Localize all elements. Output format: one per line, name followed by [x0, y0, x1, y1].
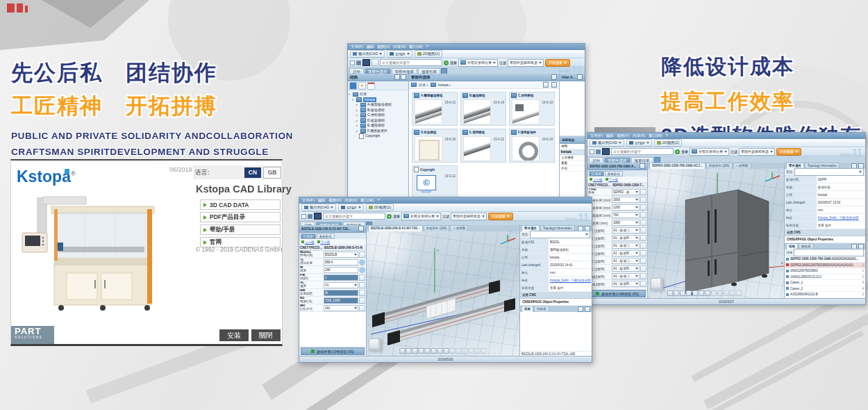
edit-icon[interactable]	[640, 235, 646, 241]
param-dropdown[interactable]: BSZSLB	[324, 252, 358, 258]
edit-icon[interactable]	[640, 265, 646, 272]
viewport-tool-icon[interactable]	[717, 290, 723, 296]
minimize-icon[interactable]	[578, 306, 583, 312]
language-cn-button[interactable]: CN	[244, 167, 261, 178]
viewport-tool-icon[interactable]	[724, 290, 729, 296]
edit-icon[interactable]	[359, 290, 365, 296]
download-link[interactable]: Kstopa_Solid - 下载/安装说明	[817, 214, 865, 221]
view-2d-button[interactable]: 2D视图(2)	[366, 204, 394, 211]
export-cad-button[interactable]: 输出到CAD	[590, 139, 624, 147]
viewport-tool-icon[interactable]	[481, 348, 487, 354]
viewport-tool-icon[interactable]	[431, 348, 437, 354]
param-chip[interactable]: 1	[324, 274, 358, 281]
filter-dropdown[interactable]: 零部件选择和单选	[451, 213, 487, 220]
assembly-row[interactable]: 1A001L09913C1C1C11	[785, 274, 865, 281]
tab-row-select[interactable]: 行选择	[589, 171, 604, 177]
fulltext-search-input[interactable]	[323, 213, 385, 220]
param-dropdown[interactable]: A1 - 标准双开门-选择	[612, 281, 640, 287]
param-dropdown[interactable]: A1 - 标准门-选择	[612, 273, 640, 279]
search-option-checkbox[interactable]	[350, 60, 355, 65]
edit-icon[interactable]	[640, 189, 646, 195]
close-button[interactable]: 關閉	[251, 329, 281, 341]
viewport-tool-icon[interactable]	[711, 290, 717, 296]
category-card[interactable]: B.输送模组19-6-19	[460, 92, 506, 126]
scope-dropdown[interactable]: 所有目录和分类	[458, 59, 498, 67]
param-dropdown[interactable]: A1 - 标准门-选择	[612, 258, 640, 264]
viewport-tool-icon[interactable]	[692, 290, 698, 296]
step-format-button[interactable]: STEP	[338, 204, 363, 211]
edit-icon[interactable]	[359, 282, 365, 288]
viewport-tool-icon[interactable]	[437, 348, 443, 354]
property-search-dropdown[interactable]	[530, 231, 590, 238]
fulltext-search-input[interactable]	[380, 59, 442, 66]
viewport-tool-icon[interactable]	[425, 348, 431, 354]
viewport-tool-icon[interactable]	[406, 348, 412, 354]
param-dropdown[interactable]: A1 - 标准双开门-选择	[612, 265, 640, 272]
history-calendar-icon[interactable]	[367, 82, 375, 90]
viewport-tool-icon[interactable]	[475, 348, 481, 354]
param-dropdown[interactable]: 1200	[612, 204, 640, 211]
minimize-icon[interactable]	[394, 74, 400, 80]
viewport-tool-icon[interactable]	[674, 290, 679, 296]
viewport-tool-icon[interactable]	[705, 290, 710, 296]
breadcrumb-root[interactable]: 目录	[419, 83, 428, 87]
export-cad-button[interactable]: 输出到CAD	[301, 204, 336, 211]
param-chip[interactable]: W	[324, 290, 358, 296]
viewport-tool-icon[interactable]	[680, 290, 685, 296]
viewport-canvas[interactable]: Y	[367, 231, 519, 356]
start-search-button[interactable]: 开始搜索	[488, 213, 513, 220]
viewport-tab-2d[interactable]: 二维视图	[733, 163, 751, 169]
viewport-tool-icon[interactable]	[412, 348, 418, 354]
level-down-link[interactable]: 下一级	[606, 178, 619, 181]
generate-3d-button[interactable]: 建模并显示3维模型 (F5)	[301, 347, 365, 355]
viewport-tool-icon[interactable]	[444, 348, 449, 354]
tree-item[interactable]: ▸D.机架模组	[349, 118, 408, 124]
category-card[interactable]: F.通用标准件19-6-19	[509, 129, 555, 163]
gear-icon[interactable]	[359, 259, 365, 265]
param-chip[interactable]: T20L 120H	[324, 297, 358, 304]
tab-table-view[interactable]: 表格形式	[317, 233, 335, 239]
tree-item[interactable]: ▸C.供料模组	[349, 113, 408, 118]
tab-row-select[interactable]: 行选择	[301, 233, 316, 239]
start-search-button[interactable]: 开始搜索	[545, 59, 570, 67]
edit-icon[interactable]	[640, 204, 646, 211]
edit-icon[interactable]	[359, 274, 365, 281]
assembly-row[interactable]: Caster_14	[785, 280, 865, 286]
search-option-checkbox[interactable]	[356, 60, 361, 65]
generate-3d-button[interactable]: 建模并显示3维模型 (F5)	[589, 290, 646, 297]
download-link[interactable]: Kstopa_Solid - 下载/安装说明	[549, 277, 592, 284]
tree-item[interactable]: ▸B.输送模组	[349, 108, 408, 113]
search-option-checkbox[interactable]	[590, 149, 594, 154]
assembly-root-row[interactable]: SDPR2-1600-1200-760-1990-A1A1A1A1A1A1...	[785, 256, 865, 263]
catalog-db-icon[interactable]	[349, 82, 357, 90]
tree-item[interactable]: ▸E.通用模组	[349, 123, 408, 129]
assembly-row[interactable]: Caster_24	[785, 286, 865, 293]
viewport-tool-icon[interactable]	[686, 290, 692, 296]
edit-icon[interactable]	[640, 212, 646, 218]
step-format-button[interactable]: STEP	[626, 139, 651, 147]
menu-item-help[interactable]: 帮助/手册	[200, 224, 281, 235]
param-dropdown[interactable]: SDPR2 - 标准(门)	[612, 189, 640, 195]
viewport-tool-icon[interactable]	[736, 290, 742, 296]
install-button[interactable]: 安装	[219, 329, 249, 341]
navigation-cube[interactable]	[651, 278, 663, 290]
favorites-star-icon[interactable]: ★	[358, 82, 366, 90]
index-button[interactable]	[362, 59, 370, 66]
viewport-tool-icon[interactable]	[462, 348, 468, 354]
edit-icon[interactable]	[640, 258, 646, 264]
filter-dropdown[interactable]: 零部件选择和单选	[508, 59, 544, 67]
param-dropdown[interactable]: 1600	[612, 197, 640, 203]
fulltext-search-input[interactable]	[611, 148, 674, 155]
search-option-checkbox[interactable]	[301, 214, 306, 219]
scope-dropdown[interactable]: 所有目录和分类	[401, 213, 441, 220]
level-down-link[interactable]: 下一级	[317, 240, 331, 244]
category-card[interactable]: E.通用模组19-4-22	[460, 129, 506, 163]
maximize-icon[interactable]	[551, 74, 557, 80]
param-dropdown[interactable]: A1 - 标准双开门-选择	[612, 250, 640, 256]
tree-item-catalog[interactable]: ▾kstopa	[349, 97, 408, 103]
viewport-tool-icon[interactable]	[400, 348, 406, 354]
param-dropdown[interactable]: 181	[324, 305, 358, 311]
maximize-icon[interactable]	[640, 163, 645, 169]
close-icon[interactable]	[585, 306, 590, 312]
menu-item-pdf-catalog[interactable]: PDF产品目录	[200, 212, 281, 222]
